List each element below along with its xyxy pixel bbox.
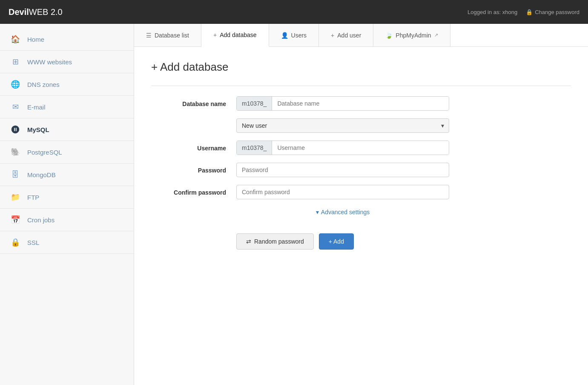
sidebar: 🏠 Home ⊞ WWW websites 🌐 DNS zones ✉ E-ma…: [0, 24, 134, 385]
mongodb-icon: 🗄: [10, 170, 20, 180]
tab-add-database[interactable]: + Add database: [201, 24, 269, 47]
tab-phpmyadmin-label: PhpMyAdmin: [396, 32, 431, 39]
user-icon: 👤: [281, 32, 288, 39]
change-password-link[interactable]: 🔒 Change password: [526, 9, 579, 15]
brand-name-web: WEB: [29, 7, 49, 17]
user-select-controls: New user Existing user: [236, 118, 449, 133]
username-row: Username m10378_: [151, 141, 571, 155]
cron-icon: 📅: [10, 215, 20, 225]
sidebar-item-ftp[interactable]: 📁 FTP: [0, 186, 134, 209]
advanced-settings-controls: ▾ Advanced settings: [236, 207, 449, 226]
grid-icon: ⊞: [10, 57, 20, 67]
password-controls: [236, 163, 449, 177]
username-input-group: m10378_: [236, 141, 449, 155]
home-icon: 🏠: [10, 34, 20, 44]
phpmyadmin-icon: 🍃: [385, 32, 393, 39]
add-button[interactable]: + Add: [319, 233, 354, 250]
page-content: + Add database Database name m10378_: [134, 47, 588, 263]
confirm-password-controls: [236, 185, 449, 199]
db-name-controls: m10378_: [236, 96, 449, 111]
tab-add-user-label: Add user: [337, 32, 361, 39]
password-row: Password: [151, 163, 571, 177]
sidebar-item-cron[interactable]: 📅 Cron jobs: [0, 209, 134, 231]
tab-add-database-label: Add database: [220, 32, 256, 38]
db-name-row: Database name m10378_: [151, 96, 571, 111]
db-name-input[interactable]: [272, 97, 449, 110]
sidebar-item-ssl[interactable]: 🔒 SSL: [0, 231, 134, 254]
advanced-settings-label: Advanced settings: [321, 209, 370, 215]
sidebar-item-home-label: Home: [27, 36, 44, 43]
sidebar-item-dns[interactable]: 🌐 DNS zones: [0, 73, 134, 96]
topbar: DevilWEB 2.0 Logged in as: xhong 🔒 Chang…: [0, 0, 588, 24]
random-icon: ⇄: [246, 238, 251, 245]
add-label: + Add: [329, 238, 344, 245]
confirm-password-label: Confirm password: [151, 185, 236, 196]
page-title-text: + Add database: [151, 60, 228, 74]
advanced-settings-link[interactable]: ▾ Advanced settings: [236, 209, 449, 215]
list-icon: ☰: [146, 32, 152, 39]
sidebar-item-postgresql-label: PostgreSQL: [27, 149, 62, 156]
topbar-right: Logged in as: xhong 🔒 Change password: [468, 9, 579, 15]
user-select-label: [151, 118, 236, 123]
postgresql-icon: 🐘: [10, 147, 20, 157]
confirm-password-row: Confirm password: [151, 185, 571, 199]
username-prefix: m10378_: [237, 141, 272, 155]
sidebar-item-mongodb[interactable]: 🗄 MongoDB: [0, 164, 134, 186]
brand-logo: DevilWEB 2.0: [9, 7, 63, 17]
tab-add-user[interactable]: + Add user: [319, 24, 373, 46]
db-name-prefix: m10378_: [237, 97, 272, 110]
user-select[interactable]: New user Existing user: [236, 118, 449, 133]
sidebar-item-postgresql[interactable]: 🐘 PostgreSQL: [0, 141, 134, 164]
mysql-icon: [10, 124, 20, 135]
external-link-icon: ↗: [434, 32, 438, 38]
add-database-form: Database name m10378_ New use: [151, 86, 571, 250]
ftp-icon: 📁: [10, 192, 20, 202]
lock-icon: 🔒: [526, 9, 533, 15]
db-name-input-group: m10378_: [236, 96, 449, 111]
advanced-settings-row: ▾ Advanced settings: [151, 207, 571, 226]
tab-phpmyadmin[interactable]: 🍃 PhpMyAdmin ↗: [373, 24, 450, 46]
ssl-icon: 🔒: [10, 237, 20, 247]
sidebar-item-dns-label: DNS zones: [27, 81, 60, 88]
sidebar-item-mysql[interactable]: MySQL: [0, 118, 134, 141]
brand-name-devil: Devil: [9, 7, 29, 17]
sidebar-item-home[interactable]: 🏠 Home: [0, 28, 134, 51]
sidebar-item-email-label: E-mail: [27, 103, 46, 111]
main-panel: ☰ Database list + Add database 👤 Users +…: [134, 24, 588, 385]
plus-icon-tab-add-user: +: [331, 32, 334, 39]
username-controls: m10378_: [236, 141, 449, 155]
sidebar-item-mysql-label: MySQL: [27, 126, 49, 133]
sidebar-item-mongodb-label: MongoDB: [27, 171, 56, 178]
username-input[interactable]: [272, 141, 449, 155]
password-label: Password: [151, 163, 236, 174]
tab-users[interactable]: 👤 Users: [269, 24, 319, 46]
brand-version: 2.0: [51, 7, 63, 17]
tab-users-label: Users: [291, 32, 307, 39]
sidebar-item-email[interactable]: ✉ E-mail: [0, 96, 134, 118]
page-title: + Add database: [151, 60, 571, 74]
user-select-wrapper: New user Existing user: [236, 118, 449, 133]
user-select-row: New user Existing user: [151, 118, 571, 133]
sidebar-item-ssl-label: SSL: [27, 239, 39, 246]
confirm-password-input[interactable]: [236, 185, 449, 199]
email-icon: ✉: [10, 102, 20, 112]
tab-database-list[interactable]: ☰ Database list: [134, 24, 201, 46]
tab-database-list-label: Database list: [155, 32, 189, 39]
advanced-settings-spacer: [151, 207, 236, 211]
layout: 🏠 Home ⊞ WWW websites 🌐 DNS zones ✉ E-ma…: [0, 24, 588, 385]
logged-in-label: Logged in as: xhong: [468, 9, 517, 15]
sidebar-item-www[interactable]: ⊞ WWW websites: [0, 51, 134, 73]
sidebar-item-ftp-label: FTP: [27, 194, 39, 201]
tabs-bar: ☰ Database list + Add database 👤 Users +…: [134, 24, 588, 47]
globe-icon: 🌐: [10, 79, 20, 89]
random-password-label: Random password: [254, 238, 304, 245]
form-buttons: ⇄ Random password + Add: [236, 233, 571, 250]
username-label: Username: [151, 141, 236, 152]
password-input[interactable]: [236, 163, 449, 177]
plus-icon-tab-add-db: +: [213, 32, 217, 38]
random-password-button[interactable]: ⇄ Random password: [236, 233, 314, 250]
sidebar-item-cron-label: Cron jobs: [27, 216, 54, 224]
chevron-down-icon: ▾: [316, 209, 319, 215]
sidebar-item-www-label: WWW websites: [27, 58, 72, 66]
change-password-label: Change password: [535, 9, 579, 15]
